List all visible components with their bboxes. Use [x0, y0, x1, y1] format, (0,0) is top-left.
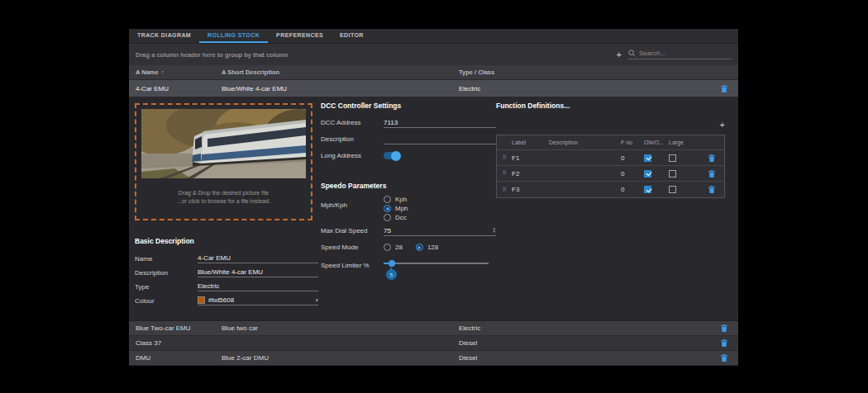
search-input[interactable] — [639, 50, 732, 57]
tab-preferences[interactable]: PREFERENCES — [268, 29, 331, 43]
add-function-button[interactable]: + — [713, 121, 732, 129]
trash-icon — [721, 339, 727, 347]
checkbox-checked-icon[interactable] — [644, 186, 651, 193]
function-row[interactable]: ⠿ F2 0 — [497, 166, 724, 182]
tab-editor[interactable]: EDITOR — [331, 29, 372, 43]
column-header-description[interactable]: A Short Description — [222, 69, 459, 76]
colour-dropdown[interactable]: #bd5608 ▾ — [198, 296, 318, 305]
delete-row-button[interactable] — [710, 324, 738, 332]
function-row[interactable]: ⠿ F1 0 — [497, 150, 724, 166]
checkbox-unchecked-icon[interactable] — [669, 186, 676, 193]
field-colour-label: Colour — [135, 297, 198, 305]
trash-icon — [721, 354, 727, 362]
cell-type: Electric — [459, 85, 710, 92]
radio-kph[interactable]: Kph — [384, 195, 408, 204]
table-row[interactable]: Class 37 Diesel — [129, 336, 738, 351]
checkbox-unchecked-icon[interactable] — [669, 170, 676, 178]
dcc-settings-title: DCC Controller Settings — [321, 102, 496, 110]
fn-column-large[interactable]: Large — [669, 140, 699, 145]
slider-track[interactable] — [384, 263, 489, 264]
detail-right-column: Function Definitions... + Label Descript… — [496, 102, 732, 198]
fn-label-cell: F3 — [512, 186, 549, 193]
fn-column-on[interactable]: ON/O... — [644, 140, 669, 145]
grid-header: A Name↑ A Short Description Type / Class — [129, 65, 738, 80]
delete-function-button[interactable] — [699, 170, 724, 178]
table-row-selected[interactable]: 4-Car EMU Blue/White 4-car EMU Electric — [129, 80, 738, 97]
add-row-button[interactable]: + — [610, 50, 628, 59]
column-header-type[interactable]: Type / Class — [459, 69, 710, 76]
trash-icon — [708, 186, 715, 193]
spinner-down-icon[interactable]: ▼ — [493, 230, 496, 234]
checkbox-checked-icon[interactable] — [644, 170, 651, 178]
radio-128[interactable]: 128 — [416, 243, 438, 252]
delete-row-button[interactable] — [710, 339, 738, 347]
speed-limiter-slider[interactable]: 5 — [384, 258, 489, 280]
picture-dropzone[interactable]: Drag & Drop the desired picture file ...… — [135, 103, 312, 220]
cell-description: Blue two car — [222, 324, 459, 332]
detail-left-column: Drag & Drop the desired picture file ...… — [135, 103, 318, 308]
unit-radio-group: Kph Mph Dcc — [384, 195, 408, 222]
spinner-buttons[interactable]: ▲ ▼ — [493, 227, 496, 234]
dcc-address-input[interactable]: 7113 — [384, 118, 496, 128]
radio-icon — [384, 244, 391, 251]
mph-kph-label: Mph/Kph — [321, 195, 384, 209]
desktop-background: TRACK DIAGRAM ROLLING STOCK PREFERENCES … — [0, 0, 868, 393]
search-box[interactable] — [628, 50, 732, 59]
field-mph-kph: Mph/Kph Kph Mph Dcc — [321, 195, 496, 222]
description-input[interactable]: Blue/White 4-car EMU — [198, 268, 318, 277]
fn-column-fno[interactable]: F no — [621, 140, 644, 145]
max-dial-speed-label: Max Dial Speed — [321, 227, 384, 234]
long-address-toggle[interactable] — [384, 152, 400, 159]
delete-row-button[interactable] — [710, 354, 738, 362]
radio-dcc[interactable]: Dcc — [384, 213, 408, 222]
long-address-label: Long Address — [321, 152, 384, 159]
cell-name: 4-Car EMU — [129, 85, 222, 92]
table-row[interactable]: DMU Blue 2-car DMU Diesel — [129, 351, 738, 366]
radio-selected-icon — [384, 205, 391, 212]
detail-middle-column: DCC Controller Settings DCC Address 7113… — [321, 102, 496, 281]
field-max-dial-speed: Max Dial Speed 75 ▲ ▼ — [321, 223, 496, 239]
radio-mph[interactable]: Mph — [384, 204, 408, 213]
cell-type: Electric — [459, 324, 710, 332]
sort-ascending-icon: ↑ — [161, 69, 165, 75]
tab-track-diagram[interactable]: TRACK DIAGRAM — [129, 29, 199, 43]
field-speed-mode: Speed Mode 28 128 — [321, 239, 496, 255]
chevron-down-icon: ▾ — [315, 297, 318, 304]
dcc-description-label: Description — [321, 135, 384, 143]
grid-toolbar: Drag a column header here to group by th… — [129, 44, 738, 65]
function-toolbar: + — [496, 116, 732, 133]
fn-column-label[interactable]: Label — [512, 140, 549, 145]
function-row[interactable]: ⠿ F3 0 — [497, 182, 724, 197]
tab-rolling-stock[interactable]: ROLLING STOCK — [199, 29, 268, 43]
dropzone-hint-line2: ...or click to browse for a file instead… — [141, 198, 306, 204]
table-row[interactable]: Blue Two-car EMU Blue two car Electric — [129, 321, 738, 336]
field-type-label: Type — [135, 283, 198, 291]
field-description-label: Description — [135, 269, 198, 277]
delete-function-button[interactable] — [699, 186, 724, 193]
drag-handle-icon[interactable]: ⠿ — [497, 154, 512, 161]
drag-handle-icon[interactable]: ⠿ — [497, 187, 512, 193]
cell-name: DMU — [129, 354, 222, 362]
max-dial-speed-spinner[interactable]: 75 ▲ ▼ — [384, 226, 496, 236]
type-input[interactable]: Electric — [198, 282, 318, 291]
fn-column-description[interactable]: Description — [549, 140, 621, 145]
fn-fno-cell: 0 — [621, 186, 644, 193]
trash-icon — [721, 324, 727, 332]
checkbox-unchecked-icon[interactable] — [669, 154, 676, 162]
radio-28[interactable]: 28 — [384, 243, 403, 252]
field-dcc-description: Description — [321, 131, 496, 147]
name-input[interactable]: 4-Car EMU — [198, 253, 318, 263]
cell-description: Blue/White 4-car EMU — [222, 85, 459, 92]
fn-on-cell — [644, 170, 669, 178]
train-photo — [141, 109, 306, 178]
checkbox-checked-icon[interactable] — [644, 154, 651, 162]
fn-on-cell — [644, 154, 669, 162]
column-header-name[interactable]: A Name↑ — [129, 69, 222, 76]
delete-row-button[interactable] — [710, 85, 738, 92]
drag-handle-icon[interactable]: ⠿ — [497, 170, 512, 177]
field-description: Description Blue/White 4-car EMU — [135, 266, 318, 279]
dcc-description-input[interactable] — [384, 135, 496, 144]
cell-name: Class 37 — [129, 339, 222, 347]
tab-bar: TRACK DIAGRAM ROLLING STOCK PREFERENCES … — [129, 29, 738, 44]
delete-function-button[interactable] — [699, 154, 724, 162]
